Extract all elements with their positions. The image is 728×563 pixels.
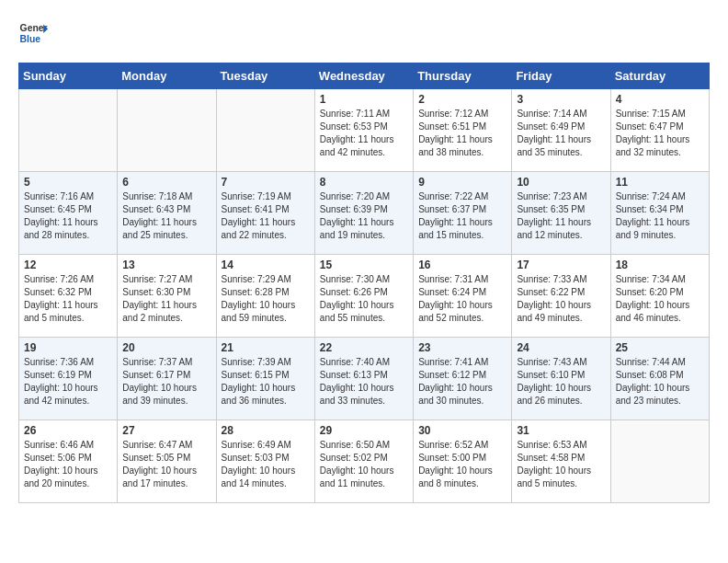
- cell-text-line: Daylight: 11 hours: [616, 216, 704, 229]
- cell-text-line: and 49 minutes.: [517, 312, 605, 325]
- cell-text-line: Sunset: 6:10 PM: [517, 369, 605, 382]
- calendar-cell: 16Sunrise: 7:31 AMSunset: 6:24 PMDayligh…: [414, 255, 512, 338]
- cell-text-line: and 23 minutes.: [616, 395, 704, 408]
- cell-text-line: Daylight: 10 hours: [24, 465, 112, 477]
- calendar-cell: 13Sunrise: 7:27 AMSunset: 6:30 PMDayligh…: [118, 255, 216, 338]
- cell-text-line: and 28 minutes.: [24, 229, 112, 242]
- cell-text-line: and 59 minutes.: [222, 312, 310, 325]
- cell-text-line: Daylight: 11 hours: [320, 133, 408, 146]
- day-number: 21: [222, 341, 310, 354]
- cell-text-line: Sunrise: 7:39 AM: [222, 356, 310, 369]
- calendar-cell: 11Sunrise: 7:24 AMSunset: 6:34 PMDayligh…: [610, 172, 709, 255]
- day-number: 25: [616, 341, 704, 354]
- cell-text-line: Sunset: 6:19 PM: [24, 369, 112, 382]
- calendar-cell: 24Sunrise: 7:43 AMSunset: 6:10 PMDayligh…: [512, 338, 610, 420]
- day-number: 2: [418, 93, 506, 106]
- cell-text-line: Sunset: 6:17 PM: [122, 369, 210, 382]
- cell-text-line: Sunrise: 6:53 AM: [517, 439, 605, 452]
- cell-text-line: Sunrise: 7:11 AM: [320, 108, 408, 121]
- calendar-cell: 7Sunrise: 7:19 AMSunset: 6:41 PMDaylight…: [216, 172, 314, 255]
- cell-text-line: and 19 minutes.: [320, 229, 408, 242]
- week-row-3: 12Sunrise: 7:26 AMSunset: 6:32 PMDayligh…: [19, 255, 710, 338]
- cell-text-line: and 20 minutes.: [24, 477, 112, 490]
- cell-text-line: and 42 minutes.: [24, 395, 112, 408]
- cell-text-line: Daylight: 10 hours: [320, 465, 408, 477]
- cell-text-line: and 25 minutes.: [122, 229, 210, 242]
- day-number: 27: [122, 424, 210, 437]
- day-number: 24: [517, 341, 605, 354]
- calendar-cell: 15Sunrise: 7:30 AMSunset: 6:26 PMDayligh…: [314, 255, 413, 338]
- day-number: 30: [418, 424, 506, 437]
- cell-text-line: Sunset: 6:28 PM: [222, 286, 310, 299]
- cell-text-line: Sunset: 6:15 PM: [222, 369, 310, 382]
- calendar-cell: 14Sunrise: 7:29 AMSunset: 6:28 PMDayligh…: [216, 255, 314, 338]
- cell-text-line: Sunset: 6:41 PM: [222, 203, 310, 216]
- cell-text-line: Sunset: 6:22 PM: [517, 286, 605, 299]
- cell-text-line: Daylight: 10 hours: [517, 299, 605, 312]
- day-number: 4: [616, 93, 704, 106]
- calendar-cell: 9Sunrise: 7:22 AMSunset: 6:37 PMDaylight…: [414, 172, 512, 255]
- cell-text-line: Sunset: 6:26 PM: [320, 286, 408, 299]
- day-number: 17: [517, 259, 605, 271]
- cell-text-line: Daylight: 10 hours: [24, 382, 112, 395]
- weekday-header-friday: Friday: [512, 63, 610, 89]
- cell-text-line: Sunset: 6:43 PM: [122, 203, 210, 216]
- cell-text-line: Sunset: 6:20 PM: [616, 286, 704, 299]
- day-number: 8: [320, 176, 408, 189]
- calendar-table: SundayMondayTuesdayWednesdayThursdayFrid…: [18, 63, 710, 503]
- svg-text:Blue: Blue: [20, 34, 41, 44]
- week-row-5: 26Sunrise: 6:46 AMSunset: 5:06 PMDayligh…: [19, 420, 710, 503]
- day-number: 5: [24, 176, 112, 189]
- calendar-cell: 8Sunrise: 7:20 AMSunset: 6:39 PMDaylight…: [314, 172, 413, 255]
- cell-text-line: Sunrise: 6:46 AM: [24, 439, 112, 452]
- cell-text-line: Sunset: 6:37 PM: [418, 203, 506, 216]
- cell-text-line: Sunrise: 7:19 AM: [222, 190, 310, 203]
- cell-text-line: Sunrise: 7:18 AM: [122, 190, 210, 203]
- cell-text-line: Daylight: 10 hours: [320, 382, 408, 395]
- cell-text-line: Sunset: 6:35 PM: [517, 203, 605, 216]
- cell-text-line: Daylight: 11 hours: [122, 216, 210, 229]
- calendar-cell: [610, 420, 709, 503]
- cell-text-line: Sunrise: 7:33 AM: [517, 273, 605, 286]
- cell-text-line: and 39 minutes.: [122, 395, 210, 408]
- cell-text-line: and 14 minutes.: [222, 477, 310, 490]
- weekday-header-tuesday: Tuesday: [216, 63, 314, 89]
- calendar-cell: 5Sunrise: 7:16 AMSunset: 6:45 PMDaylight…: [19, 172, 118, 255]
- cell-text-line: and 22 minutes.: [222, 229, 310, 242]
- cell-text-line: Daylight: 10 hours: [517, 382, 605, 395]
- cell-text-line: Sunset: 5:06 PM: [24, 452, 112, 465]
- weekday-header-monday: Monday: [118, 63, 216, 89]
- calendar-cell: 26Sunrise: 6:46 AMSunset: 5:06 PMDayligh…: [19, 420, 118, 503]
- cell-text-line: Sunset: 5:00 PM: [418, 452, 506, 465]
- page-header: General Blue: [18, 18, 710, 48]
- day-number: 31: [517, 424, 605, 437]
- cell-text-line: Sunrise: 7:44 AM: [616, 356, 704, 369]
- calendar-cell: 20Sunrise: 7:37 AMSunset: 6:17 PMDayligh…: [118, 338, 216, 420]
- cell-text-line: Sunset: 6:49 PM: [517, 121, 605, 133]
- calendar-cell: 23Sunrise: 7:41 AMSunset: 6:12 PMDayligh…: [414, 338, 512, 420]
- cell-text-line: and 26 minutes.: [517, 395, 605, 408]
- week-row-2: 5Sunrise: 7:16 AMSunset: 6:45 PMDaylight…: [19, 172, 710, 255]
- calendar-cell: 4Sunrise: 7:15 AMSunset: 6:47 PMDaylight…: [610, 89, 709, 172]
- calendar-cell: 28Sunrise: 6:49 AMSunset: 5:03 PMDayligh…: [216, 420, 314, 503]
- cell-text-line: Sunset: 6:32 PM: [24, 286, 112, 299]
- day-number: 12: [24, 259, 112, 271]
- cell-text-line: Daylight: 10 hours: [122, 465, 210, 477]
- calendar-cell: [216, 89, 314, 172]
- cell-text-line: and 46 minutes.: [616, 312, 704, 325]
- cell-text-line: Sunrise: 6:52 AM: [418, 439, 506, 452]
- calendar-cell: 1Sunrise: 7:11 AMSunset: 6:53 PMDaylight…: [314, 89, 413, 172]
- calendar-cell: 27Sunrise: 6:47 AMSunset: 5:05 PMDayligh…: [118, 420, 216, 503]
- cell-text-line: and 5 minutes.: [24, 312, 112, 325]
- cell-text-line: Sunrise: 7:24 AM: [616, 190, 704, 203]
- calendar-cell: [118, 89, 216, 172]
- calendar-cell: 6Sunrise: 7:18 AMSunset: 6:43 PMDaylight…: [118, 172, 216, 255]
- cell-text-line: Sunset: 6:08 PM: [616, 369, 704, 382]
- cell-text-line: and 52 minutes.: [418, 312, 506, 325]
- week-row-1: 1Sunrise: 7:11 AMSunset: 6:53 PMDaylight…: [19, 89, 710, 172]
- day-number: 1: [320, 93, 408, 106]
- cell-text-line: Daylight: 11 hours: [222, 216, 310, 229]
- day-number: 6: [122, 176, 210, 189]
- cell-text-line: Daylight: 10 hours: [418, 382, 506, 395]
- cell-text-line: Sunrise: 7:40 AM: [320, 356, 408, 369]
